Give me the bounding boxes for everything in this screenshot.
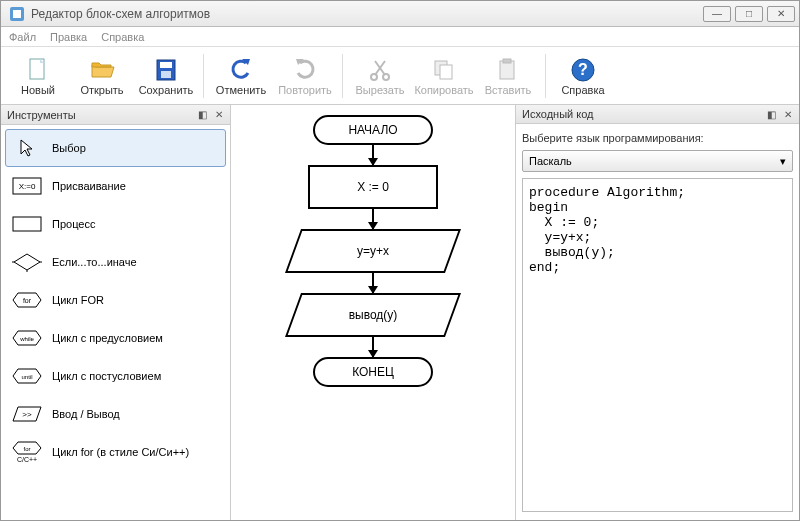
undock-icon[interactable]: ◧ (195, 108, 209, 122)
svg-rect-14 (440, 65, 452, 79)
svg-text:X:=0: X:=0 (19, 182, 36, 191)
panel-close-icon[interactable]: ✕ (781, 107, 795, 121)
tool-for[interactable]: for Цикл FOR (5, 281, 226, 319)
minimize-button[interactable]: — (703, 6, 731, 22)
toolbar-separator (203, 54, 204, 98)
node-start[interactable]: НАЧАЛО (313, 115, 433, 145)
tools-panel-header: Инструменты ◧ ✕ (1, 105, 230, 125)
tools-panel-title: Инструменты (7, 109, 76, 121)
flow-arrow (372, 273, 374, 293)
code-panel-title: Исходный код (522, 108, 594, 120)
svg-rect-15 (500, 61, 514, 79)
tool-label: Процесс (52, 218, 95, 230)
svg-text:C/C++: C/C++ (17, 456, 37, 463)
node-text: y=y+x (357, 244, 389, 258)
save-icon (152, 56, 180, 84)
decision-icon (12, 251, 42, 273)
node-io[interactable]: вывод(y) (293, 293, 453, 337)
assignment-icon: X:=0 (12, 175, 42, 197)
redo-icon (291, 56, 319, 84)
while-loop-icon: while (12, 327, 42, 349)
tool-label: Выбор (52, 142, 86, 154)
cut-icon (366, 56, 394, 84)
node-text: вывод(y) (349, 308, 398, 322)
tool-label: Ввод / Вывод (52, 408, 120, 420)
svg-text:>>: >> (22, 410, 32, 419)
help-button[interactable]: ? Справка (552, 50, 614, 102)
svg-rect-16 (503, 59, 511, 63)
paste-button[interactable]: Вставить (477, 50, 539, 102)
undock-icon[interactable]: ◧ (764, 107, 778, 121)
close-button[interactable]: ✕ (767, 6, 795, 22)
language-select[interactable]: Паскаль ▾ (522, 150, 793, 172)
menu-file[interactable]: Файл (9, 31, 36, 43)
help-label: Справка (561, 84, 604, 96)
titlebar: Редактор блок-схем алгоритмов — □ ✕ (1, 1, 799, 27)
svg-text:for: for (23, 446, 30, 452)
node-text: КОНЕЦ (352, 365, 394, 379)
copy-label: Копировать (414, 84, 473, 96)
svg-rect-5 (160, 62, 172, 68)
tool-if[interactable]: Если...то...иначе (5, 243, 226, 281)
node-assign[interactable]: X := 0 (308, 165, 438, 209)
app-icon (9, 6, 25, 22)
open-label: Открыть (80, 84, 123, 96)
copy-icon (430, 56, 458, 84)
redo-button[interactable]: Повторить (274, 50, 336, 102)
panel-close-icon[interactable]: ✕ (212, 108, 226, 122)
save-button[interactable]: Сохранить (135, 50, 197, 102)
svg-marker-19 (21, 140, 32, 156)
undo-button[interactable]: Отменить (210, 50, 272, 102)
window-title: Редактор блок-схем алгоритмов (31, 7, 703, 21)
svg-text:until: until (21, 374, 32, 380)
tool-select[interactable]: Выбор (5, 129, 226, 167)
copy-button[interactable]: Копировать (413, 50, 475, 102)
menu-edit[interactable]: Правка (50, 31, 87, 43)
c-for-icon: forC/C++ (12, 441, 42, 463)
tool-assignment[interactable]: X:=0 Присваивание (5, 167, 226, 205)
language-label: Выберите язык программирования: (522, 132, 793, 144)
flow-arrow (372, 209, 374, 229)
tool-list: Выбор X:=0 Присваивание Процесс Если...т… (1, 125, 230, 475)
undo-icon (227, 56, 255, 84)
maximize-button[interactable]: □ (735, 6, 763, 22)
tool-cfor[interactable]: forC/C++ Цикл for (в стиле Си/Си++) (5, 433, 226, 471)
new-button[interactable]: Новый (7, 50, 69, 102)
tool-until[interactable]: until Цикл с постусловием (5, 357, 226, 395)
svg-rect-1 (13, 10, 21, 18)
paste-icon (494, 56, 522, 84)
process-icon (12, 213, 42, 235)
tool-label: Цикл с постусловием (52, 370, 161, 382)
node-end[interactable]: КОНЕЦ (313, 357, 433, 387)
menubar: Файл Правка Справка (1, 27, 799, 47)
toolbar-separator (545, 54, 546, 98)
tool-label: Цикл for (в стиле Си/Си++) (52, 446, 189, 458)
workspace: Инструменты ◧ ✕ Выбор X:=0 Присваивание (1, 105, 799, 520)
new-file-icon (24, 56, 52, 84)
tool-io[interactable]: >> Ввод / Вывод (5, 395, 226, 433)
flow-arrow (372, 145, 374, 165)
svg-rect-22 (13, 217, 41, 231)
until-loop-icon: until (12, 365, 42, 387)
svg-text:for: for (23, 297, 32, 304)
code-panel-header: Исходный код ◧ ✕ (516, 105, 799, 124)
help-icon: ? (569, 56, 597, 84)
toolbar: Новый Открыть Сохранить Отменить Повтори… (1, 47, 799, 105)
canvas[interactable]: НАЧАЛО X := 0 y=y+x вывод(y) КОНЕЦ (231, 105, 515, 520)
open-button[interactable]: Открыть (71, 50, 133, 102)
node-text: X := 0 (357, 180, 389, 194)
tool-label: Цикл с предусловием (52, 332, 163, 344)
cut-button[interactable]: Вырезать (349, 50, 411, 102)
new-label: Новый (21, 84, 55, 96)
menu-help[interactable]: Справка (101, 31, 144, 43)
redo-label: Повторить (278, 84, 332, 96)
node-process[interactable]: y=y+x (293, 229, 453, 273)
code-output[interactable]: procedure Algorithm; begin X := 0; y=y+x… (522, 178, 793, 512)
svg-text:while: while (19, 336, 34, 342)
for-loop-icon: for (12, 289, 42, 311)
language-selected: Паскаль (529, 155, 572, 167)
open-folder-icon (88, 56, 116, 84)
tool-process[interactable]: Процесс (5, 205, 226, 243)
flowchart: НАЧАЛО X := 0 y=y+x вывод(y) КОНЕЦ (273, 115, 473, 520)
tool-while[interactable]: while Цикл с предусловием (5, 319, 226, 357)
